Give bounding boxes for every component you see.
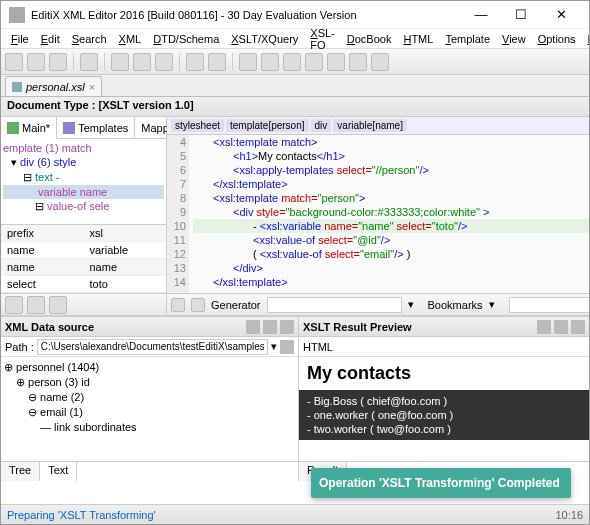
search-input[interactable] (509, 297, 590, 313)
action2-icon[interactable] (27, 296, 45, 314)
file-tab-label: personal.xsl (26, 81, 85, 93)
edit-icon[interactable] (246, 320, 260, 334)
menu-view[interactable]: View (498, 31, 530, 47)
crumb[interactable]: variable[name] (333, 119, 407, 132)
tree-item[interactable]: text - (35, 171, 59, 183)
close-tab-icon[interactable]: × (89, 81, 95, 93)
menu-docbook[interactable]: DocBook (343, 31, 396, 47)
file-tabs: personal.xsl × (1, 75, 589, 97)
templates-icon (63, 122, 75, 134)
maximize-button[interactable]: ☐ (501, 1, 541, 29)
prefix-cell[interactable]: name (1, 242, 84, 259)
run-icon[interactable] (283, 53, 301, 71)
window-title: EditiX XML Editor 2016 [Build 080116] - … (31, 9, 461, 21)
redo-icon[interactable] (208, 53, 226, 71)
tab-tree[interactable]: Tree (1, 462, 40, 481)
open-icon[interactable] (27, 53, 45, 71)
chevron-down-icon[interactable]: ▾ (489, 298, 503, 311)
menu-dtd[interactable]: DTD/Schema (149, 31, 223, 47)
gen2-icon[interactable] (191, 298, 205, 312)
panel-icon[interactable] (263, 320, 277, 334)
cut-icon[interactable] (111, 53, 129, 71)
tree-item[interactable]: div (6) style (20, 156, 76, 168)
menu-xslt[interactable]: XSLT/XQuery (227, 31, 302, 47)
menu-edit[interactable]: Edit (37, 31, 64, 47)
prefix-cell[interactable]: variable (84, 242, 167, 259)
tree-item[interactable]: email (40, 406, 66, 418)
tree-item[interactable]: link (54, 421, 71, 433)
titlebar: EditiX XML Editor 2016 [Build 080116] - … (1, 1, 589, 29)
tree-item[interactable]: personnel (16, 361, 64, 373)
crumb[interactable]: stylesheet (171, 119, 224, 132)
tree-item[interactable]: variable name (38, 186, 107, 198)
panel-title: XSLT Result Preview (303, 321, 534, 333)
gen-icon[interactable] (171, 298, 185, 312)
code-editor[interactable]: 4567891011121314 <xsl:template match> <h… (167, 135, 590, 293)
tree-item[interactable]: name (40, 391, 68, 403)
prefix-cell[interactable]: select (1, 276, 84, 293)
app-icon (9, 7, 25, 23)
close-button[interactable]: ✕ (541, 1, 581, 29)
paste-icon[interactable] (155, 53, 173, 71)
breadcrumb: stylesheet template[person] div variable… (167, 117, 590, 135)
panel2-icon[interactable] (571, 320, 585, 334)
edit-icon[interactable] (537, 320, 551, 334)
left-toolbar (1, 293, 166, 315)
prefix-cell[interactable]: name (1, 259, 84, 276)
prefix-table: prefixxsl namevariable namename selectto… (1, 224, 166, 293)
source-tree[interactable]: ⊕ personnel (1404) ⊕ person (3) id ⊖ nam… (1, 357, 298, 461)
browse-icon[interactable] (280, 340, 294, 354)
menu-search[interactable]: Search (68, 31, 111, 47)
copy-icon[interactable] (133, 53, 151, 71)
menu-xslfo[interactable]: XSL-FO (306, 25, 338, 53)
tab-text[interactable]: Text (40, 462, 77, 481)
tool4-icon[interactable] (371, 53, 389, 71)
menu-options[interactable]: Options (534, 31, 580, 47)
subtab-main[interactable]: Main* (1, 117, 57, 139)
transform-icon[interactable] (239, 53, 257, 71)
tool3-icon[interactable] (349, 53, 367, 71)
code-text[interactable]: <xsl:template match> <h1>My contacts</h1… (189, 135, 590, 293)
action3-icon[interactable] (49, 296, 67, 314)
editor-pane: stylesheet template[person] div variable… (167, 117, 590, 315)
validate-icon[interactable] (261, 53, 279, 71)
tool2-icon[interactable] (327, 53, 345, 71)
prefix-hdr: xsl (84, 225, 167, 242)
bookmarks-label[interactable]: Bookmarks (428, 299, 483, 311)
crumb[interactable]: template[person] (226, 119, 309, 132)
prefix-cell[interactable]: toto (84, 276, 167, 293)
menu-html[interactable]: HTML (399, 31, 437, 47)
path-input[interactable] (37, 339, 268, 355)
crumb[interactable]: div (311, 119, 332, 132)
undo-icon[interactable] (186, 53, 204, 71)
tree-item[interactable]: person (28, 376, 62, 388)
new-icon[interactable] (5, 53, 23, 71)
menu-file[interactable]: File (7, 31, 33, 47)
panel-icon[interactable] (554, 320, 568, 334)
preview-heading: My contacts (299, 357, 589, 390)
action-icon[interactable] (5, 296, 23, 314)
subtab-templates[interactable]: Templates (57, 117, 135, 138)
menu-template[interactable]: Template (441, 31, 494, 47)
tree-item[interactable]: value-of sele (47, 200, 109, 212)
preview-content: My contacts - Big.Boss ( chief@foo.com )… (299, 357, 589, 461)
file-icon (12, 82, 22, 92)
tree-icon (7, 122, 19, 134)
print-icon[interactable] (80, 53, 98, 71)
status-message: Preparing 'XSLT Transforming' (7, 509, 555, 521)
generator-input[interactable] (267, 297, 402, 313)
chevron-down-icon[interactable]: ▾ (408, 298, 422, 311)
menu-xml[interactable]: XML (115, 31, 146, 47)
tree-item[interactable]: emplate (1) match (3, 142, 92, 154)
xml-source-panel: XML Data source Path : ▾ ⊕ personnel (14… (1, 317, 299, 481)
prefix-cell[interactable]: name (84, 259, 167, 276)
structure-tree[interactable]: emplate (1) match ▾ div (6) style ⊟ text… (1, 139, 166, 224)
gen-label: Generator (211, 299, 261, 311)
file-tab[interactable]: personal.xsl × (5, 76, 102, 96)
menu-help[interactable]: Help (584, 31, 590, 47)
tool-icon[interactable] (305, 53, 323, 71)
chevron-down-icon[interactable]: ▾ (271, 340, 277, 353)
minimize-button[interactable]: — (461, 1, 501, 29)
save-icon[interactable] (49, 53, 67, 71)
panel2-icon[interactable] (280, 320, 294, 334)
